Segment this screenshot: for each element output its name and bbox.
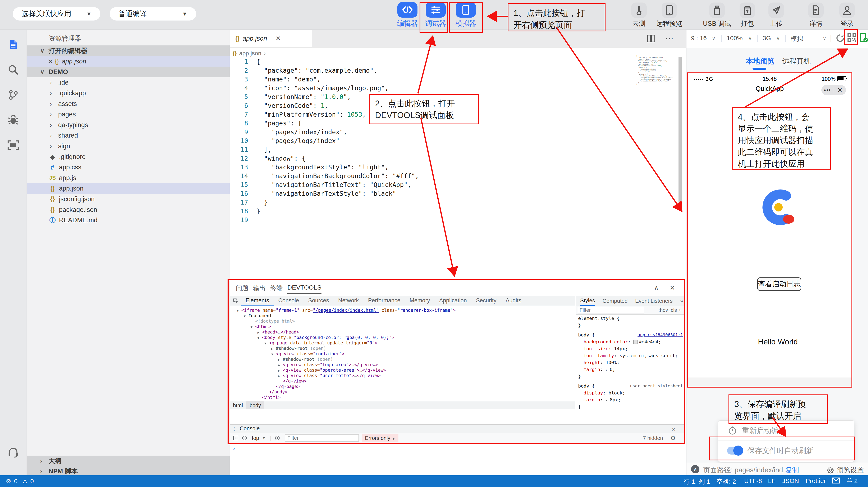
dom-crumb-html[interactable]: html: [230, 401, 246, 409]
panel-close-icon[interactable]: ×: [670, 283, 675, 292]
headset-icon[interactable]: [7, 446, 20, 459]
split-editor-icon[interactable]: [647, 35, 655, 42]
item-shared[interactable]: ›shared: [27, 130, 230, 141]
tool-button-登录[interactable]: 登录: [829, 2, 866, 28]
screenshot-icon[interactable]: [7, 139, 20, 151]
clear-console-icon[interactable]: [242, 435, 247, 441]
section-DEMO[interactable]: ∨DEMO: [27, 66, 230, 77]
item-app.json[interactable]: {}app.json: [27, 183, 230, 194]
tab-close-icon[interactable]: ✕: [275, 35, 281, 42]
close-icon[interactable]: ✕: [834, 87, 846, 94]
styles-filter-input[interactable]: [578, 307, 644, 313]
app-select-dropdown[interactable]: 选择关联快应用 ▼: [13, 7, 100, 21]
dom-node[interactable]: ▶<q-view class="logo-area">…</q-view>: [278, 362, 378, 368]
editor-scrollbar[interactable]: [679, 57, 682, 205]
devtools-tab-Sources[interactable]: Sources: [304, 296, 334, 306]
item-pages[interactable]: ›pages: [27, 109, 230, 120]
auto-refresh-item[interactable]: 保存文件时自动刷新: [718, 441, 854, 460]
view-launch-log-button[interactable]: 查看启动日志: [757, 278, 801, 291]
network-select[interactable]: 3G: [763, 34, 771, 42]
console-prompt[interactable]: ›: [233, 445, 235, 452]
qr-code-icon[interactable]: [847, 32, 857, 43]
item-.gitignore[interactable]: ◆.gitignore: [27, 151, 230, 162]
device-mode-select[interactable]: 模拟: [790, 34, 803, 43]
ratio-select[interactable]: 9 : 16: [691, 34, 707, 42]
dom-node[interactable]: ▶#shadow-root (open): [278, 357, 333, 362]
status-item-UTF-8[interactable]: UTF-8: [744, 477, 762, 485]
dom-node[interactable]: <!doctype html>: [251, 319, 295, 324]
panel-tab-问题[interactable]: 问题: [236, 284, 248, 292]
phone-capsule-button[interactable]: ••• ✕: [822, 85, 846, 95]
devtools-tab-Memory[interactable]: Memory: [405, 296, 435, 306]
mode-button-模拟器[interactable]: 模拟器: [450, 2, 482, 28]
devtools-tab-Elements[interactable]: Elements: [241, 296, 274, 306]
compile-mode-dropdown[interactable]: 普通编译 ▼: [110, 7, 196, 21]
console-close-icon[interactable]: ×: [672, 425, 676, 433]
item-README.md[interactable]: ⓘREADME.md: [27, 215, 230, 226]
item-.quickapp[interactable]: ›.quickapp: [27, 88, 230, 98]
dom-node[interactable]: ▶<q-view class="user-motto">…</q-view>: [278, 373, 381, 378]
dom-node[interactable]: ▼<body style="background-color: rgba(0, …: [257, 335, 394, 340]
styles-tab-Event Listeners[interactable]: Event Listeners: [635, 298, 673, 304]
preview-settings-button[interactable]: 预览设置: [827, 465, 864, 475]
devtools-tab-Application[interactable]: Application: [435, 296, 471, 306]
dom-node[interactable]: </q-page>: [271, 384, 300, 390]
tab-local-preview[interactable]: 本地预览: [746, 56, 774, 66]
style-rule[interactable]: element.style {}: [576, 314, 684, 331]
dom-node[interactable]: ▼<q-view class="container">: [271, 351, 345, 357]
styles-tab-Styles[interactable]: Styles: [580, 296, 595, 306]
files-icon[interactable]: [7, 38, 20, 51]
breadcrumb[interactable]: {} app.json › …: [232, 49, 274, 58]
console-settings-icon[interactable]: ⚙: [670, 435, 676, 441]
pseudo-class-controls[interactable]: :hov .cls +: [658, 307, 681, 313]
dom-crumb-body[interactable]: body: [246, 401, 264, 409]
live-expression-icon[interactable]: [275, 435, 280, 441]
console-filter-input[interactable]: [285, 434, 359, 441]
debug-icon[interactable]: [7, 114, 20, 126]
panel-tab-终端[interactable]: 终端: [270, 284, 283, 292]
source-control-icon[interactable]: [7, 89, 20, 101]
dom-node[interactable]: </q-view>: [278, 378, 307, 384]
dom-node[interactable]: ▼<iframe name="frame-1" src="/pages/inde…: [237, 308, 456, 313]
item-.ide[interactable]: ›.ide: [27, 77, 230, 88]
console-tab[interactable]: Console: [240, 424, 259, 433]
notifications-bell[interactable]: 2: [847, 477, 858, 485]
item-app.js[interactable]: JSapp.js: [27, 173, 230, 183]
styles-tab-»[interactable]: »: [680, 298, 683, 304]
status-item-LF[interactable]: LF: [768, 477, 775, 485]
item-assets[interactable]: ›assets: [27, 98, 230, 109]
dom-node[interactable]: ▼#document: [244, 313, 272, 319]
dom-node[interactable]: ▶#shadow-root (open): [271, 346, 326, 351]
device-connected-icon[interactable]: [859, 32, 868, 43]
item-jsconfig.json[interactable]: {}jsconfig.json: [27, 194, 230, 204]
dom-node[interactable]: </html>: [257, 395, 281, 400]
dom-node[interactable]: ▶<q-view class="operate-area">…</q-view>: [278, 368, 386, 373]
tab-app-json[interactable]: {} app.json ✕: [230, 30, 312, 47]
section-NPM 脚本[interactable]: ›NPM 脚本: [27, 466, 230, 477]
style-rule[interactable]: body {background-color: #e4e4e4;font-siz…: [576, 331, 684, 382]
refresh-icon[interactable]: [835, 33, 845, 43]
dom-tree[interactable]: ▼<iframe name="frame-1" src="/pages/inde…: [230, 307, 575, 401]
devtools-tab-Network[interactable]: Network: [334, 296, 364, 306]
item-qa-typings[interactable]: ›qa-typings: [27, 119, 230, 130]
panel-tab-输出[interactable]: 输出: [253, 284, 266, 292]
zoom-select[interactable]: 100%: [726, 34, 743, 42]
console-sidebar-icon[interactable]: [233, 435, 239, 441]
item-app.css[interactable]: #app.css: [27, 162, 230, 173]
hidden-messages-count[interactable]: 7 hidden: [643, 435, 663, 441]
style-rule[interactable]: body {display: block;margin: ▸ 8px;}user…: [576, 382, 684, 409]
status-item-Prettier[interactable]: Prettier: [806, 477, 826, 485]
dom-node[interactable]: </body>: [265, 390, 287, 395]
status-item-行 1, 列 1[interactable]: 行 1, 列 1: [684, 477, 710, 486]
inspect-element-icon[interactable]: [232, 298, 239, 304]
expand-up-icon[interactable]: ∧: [691, 465, 700, 474]
devtools-tab-Performance[interactable]: Performance: [364, 296, 405, 306]
section-打开的编辑器[interactable]: ∨打开的编辑器: [27, 46, 230, 56]
item-package.json[interactable]: {}package.json: [27, 204, 230, 215]
dom-node[interactable]: ▼<html>: [251, 324, 271, 330]
mail-icon[interactable]: [832, 477, 840, 484]
problems-indicator[interactable]: ⊗0 △0: [6, 477, 34, 485]
item-sign[interactable]: ›sign: [27, 141, 230, 151]
mode-button-编辑器[interactable]: 编辑器: [392, 2, 423, 28]
minimap[interactable]: { "package": "com.example.demo", "name":…: [636, 55, 672, 87]
